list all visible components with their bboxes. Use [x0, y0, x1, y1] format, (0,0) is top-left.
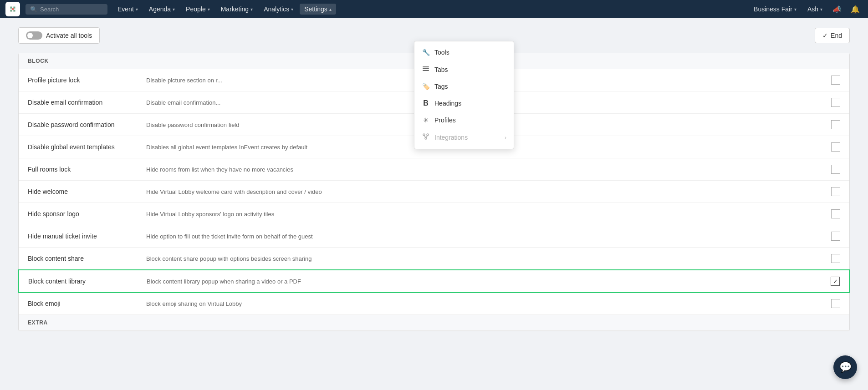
- wrench-icon: 🔧: [422, 49, 430, 56]
- dropdown-item-tags[interactable]: 🏷️ Tags: [414, 78, 514, 95]
- row-name: Disable password confirmation: [28, 121, 137, 128]
- row-description: Block emoji sharing on Virtual Lobby: [146, 300, 822, 307]
- chevron-down-icon: ▾: [173, 7, 175, 12]
- user-menu[interactable]: Ash ▾: [804, 4, 826, 15]
- chevron-up-icon: ▴: [329, 7, 332, 12]
- row-name: Block content share: [28, 255, 137, 262]
- nav-analytics[interactable]: Analytics ▾: [259, 4, 298, 15]
- settings-dropdown-menu: 🔧 Tools Tabs 🏷️ Tags B Headings ✳ Profil…: [414, 41, 514, 149]
- row-checkbox[interactable]: [831, 98, 840, 107]
- chevron-down-icon: ▾: [250, 7, 253, 12]
- nav-agenda[interactable]: Agenda ▾: [144, 4, 179, 15]
- nav-event[interactable]: Event ▾: [113, 4, 143, 15]
- svg-point-4: [423, 134, 425, 136]
- dropdown-item-profiles[interactable]: ✳ Profiles: [414, 112, 514, 128]
- search-box[interactable]: 🔍: [26, 4, 107, 15]
- navbar: 🔍 Event ▾ Agenda ▾ People ▾ Marketing ▾ …: [0, 0, 868, 18]
- row-name: Hide sponsor logo: [28, 210, 137, 218]
- nav-marketing[interactable]: Marketing ▾: [216, 4, 257, 15]
- profiles-icon: ✳: [422, 116, 430, 124]
- row-checkbox[interactable]: [831, 209, 840, 218]
- svg-rect-3: [423, 70, 429, 71]
- table-row: Block content share Block content share …: [19, 248, 849, 270]
- row-name: Disable global event templates: [28, 143, 137, 151]
- row-description: Hide option to fill out the ticket invit…: [146, 233, 822, 240]
- nav-settings[interactable]: Settings ▴: [300, 4, 336, 15]
- svg-line-7: [424, 136, 426, 137]
- chevron-down-icon: ▾: [208, 7, 210, 12]
- table-row: Hide sponsor logo Hide Virtual Lobby spo…: [19, 203, 849, 225]
- end-button[interactable]: ✓ End: [815, 28, 850, 43]
- main-content: Activate all tools ✓ End BLOCK Profile p…: [0, 18, 868, 390]
- app-logo: [5, 2, 20, 16]
- activate-toggle[interactable]: [26, 31, 42, 40]
- chevron-right-icon: ›: [505, 135, 506, 140]
- row-name: Block content library: [28, 278, 138, 285]
- headings-icon: B: [422, 99, 430, 107]
- table-row: Hide manual ticket invite Hide option to…: [19, 225, 849, 248]
- megaphone-icon[interactable]: 📣: [830, 3, 844, 15]
- row-checkbox[interactable]: [831, 254, 840, 263]
- dropdown-item-headings[interactable]: B Headings: [414, 95, 514, 112]
- svg-rect-1: [423, 66, 429, 67]
- row-name: Block emoji: [28, 300, 137, 307]
- row-description: Block content share popup with options b…: [146, 255, 822, 262]
- integrations-icon: [422, 133, 430, 142]
- row-checkbox-checked[interactable]: [831, 277, 840, 286]
- row-checkbox[interactable]: [831, 299, 840, 308]
- row-name: Full rooms lock: [28, 166, 137, 173]
- tabs-icon: [422, 65, 430, 74]
- row-description: Hide Virtual Lobby sponsors' logo on act…: [146, 211, 822, 218]
- dropdown-item-tabs[interactable]: Tabs: [414, 61, 514, 78]
- row-name: Profile picture lock: [28, 76, 137, 84]
- row-name: Hide welcome: [28, 188, 137, 195]
- checkmark-icon: ✓: [822, 32, 828, 39]
- row-description: Hide Virtual Lobby welcome card with des…: [146, 188, 822, 195]
- chevron-down-icon: ▾: [291, 7, 293, 12]
- search-input[interactable]: [40, 6, 103, 13]
- chevron-down-icon: ▾: [136, 7, 138, 12]
- row-checkbox[interactable]: [831, 232, 840, 241]
- table-row: Full rooms lock Hide rooms from list whe…: [19, 158, 849, 181]
- row-checkbox[interactable]: [831, 142, 840, 152]
- row-name: Disable email confirmation: [28, 99, 137, 106]
- row-checkbox[interactable]: [831, 76, 840, 85]
- section-extra-header: EXTRA: [19, 315, 849, 331]
- dropdown-item-tools[interactable]: 🔧 Tools: [414, 44, 514, 61]
- business-fair-selector[interactable]: Business Fair ▾: [750, 4, 800, 15]
- chevron-down-icon: ▾: [794, 7, 797, 12]
- row-name: Hide manual ticket invite: [28, 233, 137, 240]
- nav-right: Business Fair ▾ Ash ▾ 📣 🔔: [750, 3, 863, 15]
- row-description: Hide rooms from list when they have no m…: [146, 166, 822, 173]
- table-row: Block emoji Block emoji sharing on Virtu…: [19, 293, 849, 315]
- table-row-highlighted: Block content library Block content libr…: [18, 269, 850, 293]
- activate-all-button[interactable]: Activate all tools: [18, 27, 100, 44]
- nav-people[interactable]: People ▾: [181, 4, 214, 15]
- tag-icon: 🏷️: [422, 83, 430, 90]
- row-checkbox[interactable]: [831, 187, 840, 196]
- chevron-down-icon: ▾: [820, 7, 822, 12]
- svg-point-6: [425, 137, 427, 139]
- svg-line-8: [426, 136, 428, 137]
- row-description: Block content library popup when sharing…: [147, 278, 822, 285]
- svg-point-5: [427, 134, 429, 136]
- dropdown-item-integrations[interactable]: Integrations ›: [414, 128, 514, 146]
- row-checkbox[interactable]: [831, 165, 840, 174]
- table-row: Hide welcome Hide Virtual Lobby welcome …: [19, 181, 849, 203]
- chat-fab-button[interactable]: 💬: [833, 355, 857, 379]
- chat-icon: 💬: [839, 361, 852, 373]
- notification-icon[interactable]: 🔔: [848, 3, 863, 15]
- svg-rect-2: [423, 68, 429, 69]
- row-checkbox[interactable]: [831, 120, 840, 129]
- search-icon: 🔍: [30, 6, 37, 13]
